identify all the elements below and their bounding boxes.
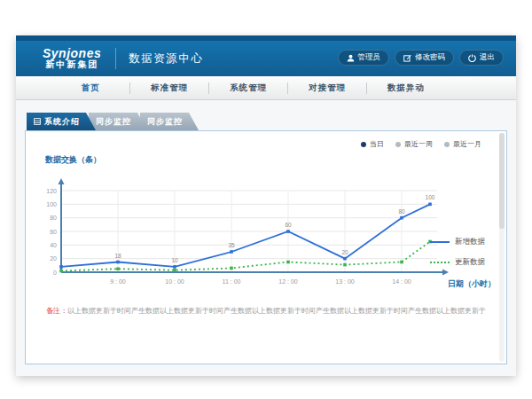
- nav-item-data-change[interactable]: 数据异动: [367, 82, 445, 94]
- legend-item-updated-data: 更新数据: [430, 257, 485, 268]
- radio-dot-icon: [444, 142, 450, 147]
- tab-system-intro[interactable]: 系统介绍: [27, 113, 96, 130]
- chart-legend: 新增数据 更新数据: [430, 237, 485, 268]
- brand-text: Synjones: [43, 46, 101, 60]
- admin-button[interactable]: 管理员: [338, 50, 390, 66]
- solid-line-icon: [430, 241, 450, 243]
- svg-text:100: 100: [426, 194, 435, 200]
- svg-text:35: 35: [228, 242, 235, 248]
- dotted-line-icon: [430, 262, 450, 263]
- filter-last-month[interactable]: 最近一月: [444, 139, 481, 149]
- line-chart: 0204060801001209 : 0010 : 0011 : 0012 : …: [27, 168, 506, 293]
- svg-text:80: 80: [398, 208, 405, 215]
- svg-text:10: 10: [171, 257, 178, 263]
- header-divider: [115, 48, 116, 69]
- company-name: 新中新集团: [43, 60, 101, 70]
- change-password-label: 修改密码: [415, 52, 445, 63]
- logout-button[interactable]: 退出: [459, 50, 504, 66]
- filter-label: 最近一月: [453, 139, 481, 149]
- svg-text:18: 18: [114, 253, 121, 259]
- svg-text:14 : 00: 14 : 00: [392, 278, 411, 285]
- nav-item-system-mgmt[interactable]: 系统管理: [209, 82, 287, 94]
- svg-text:20: 20: [50, 255, 57, 262]
- svg-text:60: 60: [285, 222, 292, 228]
- chart-area: 0204060801001209 : 0010 : 0011 : 0012 : …: [27, 168, 506, 297]
- y-axis-title: 数据交换（条）: [45, 154, 506, 166]
- legend-label: 更新数据: [455, 257, 485, 268]
- logout-label: 退出: [480, 52, 495, 63]
- change-password-button[interactable]: 修改密码: [395, 50, 454, 66]
- svg-text:120: 120: [46, 188, 57, 194]
- nav-item-home[interactable]: 首页: [51, 82, 129, 94]
- svg-text:20: 20: [341, 249, 348, 255]
- time-range-filter: 当日 最近一周 最近一月: [361, 139, 481, 149]
- app-window: Synjones 新中新集团 数据资源中心 管理员 修改密码: [16, 35, 516, 376]
- radio-dot-icon: [361, 142, 366, 147]
- svg-text:40: 40: [50, 242, 57, 248]
- footnote: 备注：以上数据更新于时间产生数据以上数据更新于时间产生数据以上数据更新于时间产生…: [26, 306, 506, 316]
- tab-label: 同步监控: [147, 113, 183, 130]
- brand-name: Synjones: [43, 47, 101, 60]
- chart-panel: 当日 最近一周 最近一月 数据交换（条） 0204060801001209 : …: [25, 130, 507, 364]
- svg-text:80: 80: [50, 215, 57, 221]
- tab-sync-monitor-1[interactable]: 同步监控: [89, 113, 147, 130]
- svg-text:60: 60: [50, 229, 57, 235]
- document-grid-icon: [34, 118, 41, 125]
- edit-icon: [403, 54, 411, 62]
- panel-scrollbar-track[interactable]: [499, 133, 505, 362]
- svg-text:0: 0: [53, 270, 57, 276]
- svg-text:11 : 00: 11 : 00: [223, 278, 241, 285]
- nav-item-interface-mgmt[interactable]: 对接管理: [288, 82, 366, 94]
- footnote-text: 以上数据更新于时间产生数据以上数据更新于时间产生数据以上数据更新于时间产生数据以…: [67, 307, 486, 315]
- svg-text:100: 100: [46, 201, 57, 207]
- filter-label: 最近一周: [404, 139, 433, 149]
- tab-sync-monitor-2[interactable]: 同步监控: [140, 113, 199, 130]
- svg-text:9 : 00: 9 : 00: [110, 278, 126, 285]
- tab-bar: 系统介绍 同步监控 同步监控: [27, 113, 507, 130]
- admin-label: 管理员: [358, 52, 381, 63]
- logo: Synjones 新中新集团: [43, 47, 101, 69]
- tab-label: 同步监控: [96, 113, 131, 130]
- legend-label: 新增数据: [455, 237, 485, 247]
- filter-last-week[interactable]: 最近一周: [395, 139, 433, 149]
- user-icon: [347, 54, 355, 62]
- header-actions: 管理员 修改密码 退出: [338, 50, 505, 66]
- main-nav: 首页 标准管理 系统管理 对接管理 数据异动: [16, 76, 516, 100]
- svg-text:12 : 00: 12 : 00: [278, 278, 298, 285]
- filter-label: 当日: [370, 139, 384, 149]
- screenshot-background: Synjones 新中新集团 数据资源中心 管理员 修改密码: [0, 0, 532, 399]
- filter-today[interactable]: 当日: [361, 139, 384, 149]
- header: Synjones 新中新集团 数据资源中心 管理员 修改密码: [16, 41, 516, 76]
- app-title: 数据资源中心: [129, 51, 203, 66]
- content-area: 系统介绍 同步监控 同步监控 当日 最近一周: [16, 100, 516, 364]
- svg-text:13 : 00: 13 : 00: [335, 278, 355, 285]
- legend-item-new-data: 新增数据: [430, 237, 485, 247]
- nav-item-standard-mgmt[interactable]: 标准管理: [130, 82, 208, 94]
- svg-text:日期（小时）: 日期（小时）: [448, 279, 496, 288]
- footnote-label: 备注：: [46, 307, 67, 315]
- tab-label: 系统介绍: [44, 113, 80, 130]
- power-icon: [468, 54, 476, 62]
- panel-scrollbar-thumb[interactable]: [499, 133, 505, 229]
- svg-text:10 : 00: 10 : 00: [165, 278, 184, 285]
- radio-dot-icon: [395, 142, 401, 147]
